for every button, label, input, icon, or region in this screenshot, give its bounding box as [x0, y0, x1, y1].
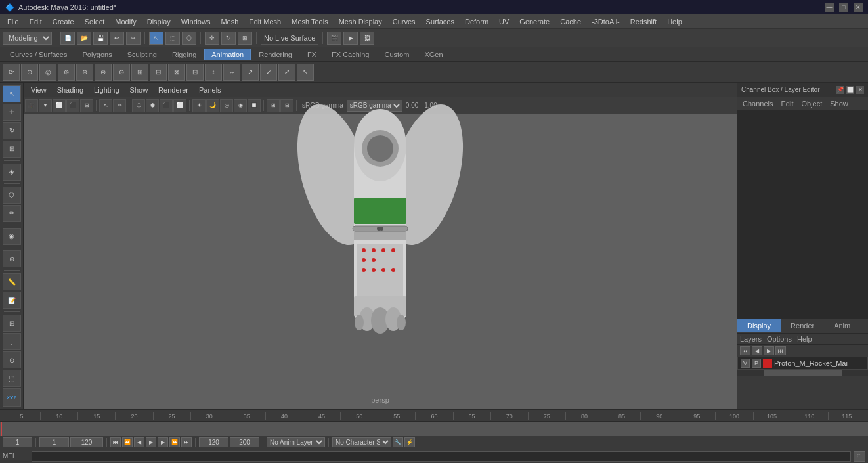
menu-uv[interactable]: UV [494, 16, 513, 27]
pc-anim-btn[interactable]: ⚡ [404, 437, 415, 447]
vp-cam-opts[interactable]: ▼ [39, 99, 52, 112]
vp-gate-mask[interactable]: ⬛ [66, 99, 79, 112]
channels-tab[interactable]: Channels [740, 99, 775, 108]
vp-xray[interactable]: ◉ [234, 99, 247, 112]
menu-curves[interactable]: Curves [388, 16, 420, 27]
shelf-tab-rigging[interactable]: Rigging [165, 49, 204, 60]
menu-display[interactable]: Display [142, 16, 175, 27]
lasso-tool[interactable]: ⬡ [3, 187, 21, 204]
pc-play-btn[interactable]: ▶ [146, 437, 156, 447]
panels-menu[interactable]: Panels [194, 85, 226, 95]
vp-film-gate[interactable]: ⬜ [53, 99, 66, 112]
render-tab[interactable]: Render [781, 319, 824, 332]
horizontal-scrollbar[interactable] [737, 370, 868, 376]
vp-select-mask[interactable]: ↖ [99, 99, 112, 112]
shading-menu[interactable]: Shading [53, 85, 88, 95]
pc-char-btn[interactable]: 🔧 [393, 437, 403, 447]
cmd-script-editor[interactable]: ⬚ [854, 451, 865, 462]
shelf-icon-4[interactable]: ⊚ [58, 64, 75, 81]
view-menu[interactable]: View [26, 85, 51, 95]
shelf-icon-6[interactable]: ⊜ [95, 64, 112, 81]
shelf-icon-5[interactable]: ⊛ [76, 64, 93, 81]
renderer-menu[interactable]: Renderer [154, 85, 193, 95]
lasso-select-btn[interactable]: ⬚ [165, 32, 180, 45]
universal-manip[interactable]: ◈ [3, 164, 21, 181]
vp-resolution[interactable]: ⊞ [80, 99, 93, 112]
live-surface-label[interactable]: No Live Surface [261, 32, 318, 45]
menu-edit-mesh[interactable]: Edit Mesh [244, 16, 286, 27]
maximize-button[interactable]: □ [839, 3, 848, 12]
undo-btn[interactable]: ↩ [110, 32, 124, 45]
vp-ao[interactable]: ◎ [220, 99, 233, 112]
paint-tool[interactable]: ✏ [3, 205, 21, 222]
anim-layer-select[interactable]: No Anim Layer [267, 437, 325, 447]
lighting-menu[interactable]: Lighting [89, 85, 124, 95]
show-tab[interactable]: Show [827, 99, 851, 108]
shelf-icon-10[interactable]: ⊠ [168, 64, 185, 81]
close-button[interactable]: ✕ [854, 3, 863, 12]
pc-prev-frame[interactable]: ◀ [134, 437, 144, 447]
range-end-input[interactable] [70, 437, 103, 447]
menu-generate[interactable]: Generate [515, 16, 554, 27]
channelbox-float[interactable]: ⬜ [846, 86, 854, 94]
pc-prev-key[interactable]: ⏪ [122, 437, 133, 447]
layer-visibility[interactable]: V [741, 359, 750, 368]
menu-mesh-display[interactable]: Mesh Display [334, 16, 387, 27]
shelf-icon-1[interactable]: ⟳ [3, 64, 20, 81]
camera-orient[interactable]: ⊞ [3, 315, 21, 332]
new-scene-btn[interactable]: 📄 [60, 32, 75, 45]
anim-start-input[interactable] [199, 437, 228, 447]
grid-display[interactable]: ⋮ [3, 333, 21, 350]
shelf-icon-7[interactable]: ⊝ [113, 64, 130, 81]
shelf-tab-xgen[interactable]: XGen [417, 49, 450, 60]
shelf-icon-2[interactable]: ⊙ [21, 64, 38, 81]
move-tool-btn[interactable]: ✛ [205, 32, 219, 45]
vp-wireframe[interactable]: ⬡ [132, 99, 145, 112]
shelf-icon-17[interactable]: ⤡ [297, 64, 314, 81]
workspace-selector[interactable]: Modeling [3, 32, 52, 45]
shelf-icon-16[interactable]: ⤢ [278, 64, 295, 81]
show-menu[interactable]: Show [125, 85, 153, 95]
scrollbar-thumb[interactable] [764, 370, 842, 376]
menu-deform[interactable]: Deform [460, 16, 493, 27]
menu-create[interactable]: Create [48, 16, 79, 27]
vp-smooth[interactable]: ⬢ [146, 99, 159, 112]
layer-nav-prev[interactable]: ◀ [752, 346, 762, 355]
shelf-tab-polygons[interactable]: Polygons [75, 49, 119, 60]
layer-nav-skip-first[interactable]: ⏮ [740, 346, 750, 355]
redo-btn[interactable]: ↪ [126, 32, 141, 45]
snap-to-grid[interactable]: ⊙ [3, 351, 21, 368]
menu-help[interactable]: Help [662, 16, 687, 27]
vp-grid[interactable]: ⊞ [267, 99, 280, 112]
menu-file[interactable]: File [3, 16, 24, 27]
menu-surfaces[interactable]: Surfaces [422, 16, 459, 27]
menu-redshift[interactable]: Redshift [626, 16, 661, 27]
viewport3[interactable]: ⬚ [3, 370, 21, 387]
vp-shadows[interactable]: 🌙 [206, 99, 219, 112]
shelf-icon-12[interactable]: ↕ [205, 64, 222, 81]
vp-bounding[interactable]: ⬜ [173, 99, 186, 112]
shelf-tab-custom[interactable]: Custom [378, 49, 417, 60]
shelf-icon-14[interactable]: ↗ [242, 64, 259, 81]
pc-next-frame[interactable]: ▶ [158, 437, 168, 447]
menu-windows[interactable]: Windows [177, 16, 215, 27]
save-scene-btn[interactable]: 💾 [93, 32, 108, 45]
menu--3dtoall-[interactable]: -3DtoAll- [587, 16, 624, 27]
menu-edit[interactable]: Edit [25, 16, 47, 27]
layers-menu[interactable]: Layers [740, 335, 762, 343]
shelf-icon-8[interactable]: ⊞ [131, 64, 148, 81]
range-start-input[interactable] [39, 437, 69, 447]
display-tab[interactable]: Display [737, 319, 781, 332]
viewport-canvas[interactable]: persp [24, 114, 737, 409]
menu-modify[interactable]: Modify [110, 16, 141, 27]
playhead[interactable] [1, 422, 2, 436]
shelf-tab-rendering[interactable]: Rendering [251, 49, 299, 60]
select-tool[interactable]: ↖ [3, 85, 21, 102]
show-manip[interactable]: ⊕ [3, 250, 21, 267]
layer-nav-skip-last[interactable]: ⏭ [775, 346, 786, 355]
ipr-btn[interactable]: ▶ [343, 32, 358, 45]
anim-tab[interactable]: Anim [824, 319, 860, 332]
edit-tab[interactable]: Edit [778, 99, 796, 108]
soft-modify[interactable]: ◉ [3, 228, 21, 245]
rotate-tool[interactable]: ↻ [3, 122, 21, 139]
